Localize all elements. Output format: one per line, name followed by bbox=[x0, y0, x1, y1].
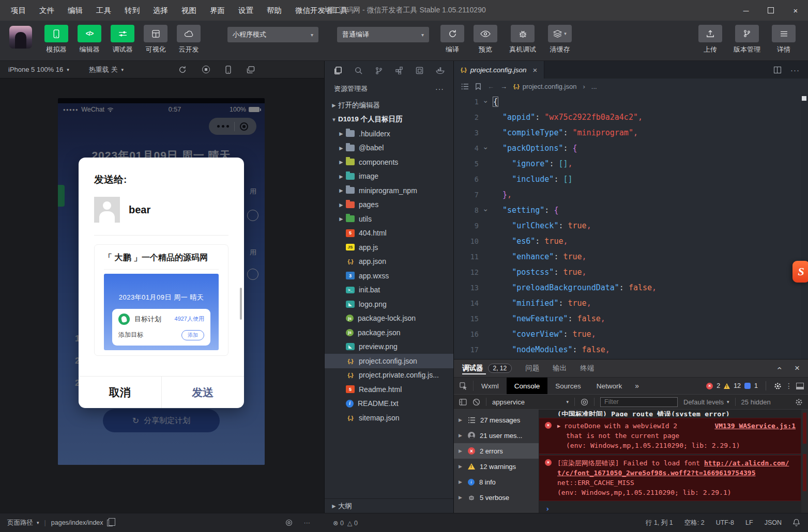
tab-debugger[interactable]: 调试器 2, 12 bbox=[462, 359, 512, 377]
tree-item[interactable]: i README.txt bbox=[325, 397, 453, 411]
tree-item[interactable]: 3 app.wxss bbox=[325, 269, 453, 283]
console-prompt[interactable]: › bbox=[539, 501, 801, 513]
docker-icon[interactable] bbox=[430, 67, 451, 74]
eye-icon[interactable] bbox=[285, 519, 293, 526]
filter-user-messages[interactable]: ▶ 21 user mes... bbox=[454, 428, 539, 443]
visual-toggle[interactable]: 可视化 bbox=[140, 25, 172, 54]
remote-debug-button[interactable]: 真机调试 bbox=[502, 25, 543, 54]
menu-item[interactable]: 转到 bbox=[118, 0, 146, 21]
editor-toggle[interactable]: </> 编辑器 bbox=[73, 25, 105, 54]
tab-output[interactable]: 输出 bbox=[553, 364, 567, 373]
clear-cache-button[interactable]: ▾ 清缓存 bbox=[544, 25, 576, 54]
context-select[interactable]: appservice ▾ bbox=[492, 398, 569, 406]
tree-item[interactable]: ▶ utils bbox=[325, 212, 453, 226]
inspect-element-icon[interactable] bbox=[454, 381, 474, 390]
device-select[interactable]: iPhone 5 100% 16 ▾ bbox=[8, 66, 69, 73]
menu-item[interactable]: 工具 bbox=[89, 0, 118, 21]
log-levels-select[interactable]: Default levels ▾ bbox=[683, 398, 729, 406]
console-scrollbar[interactable] bbox=[801, 410, 808, 513]
menu-item[interactable]: 帮助 bbox=[260, 0, 288, 21]
simulator-toggle[interactable]: 模拟器 bbox=[40, 25, 72, 54]
cloud-dev-toggle[interactable]: 云开发 bbox=[173, 25, 205, 54]
menu-item[interactable]: 项目 bbox=[4, 0, 33, 21]
preview-button[interactable]: 预览 bbox=[469, 25, 501, 54]
menu-item[interactable]: 选择 bbox=[146, 0, 175, 21]
source-control-icon[interactable] bbox=[369, 67, 389, 75]
mode-select[interactable]: 小程序模式 ▾ bbox=[227, 27, 318, 42]
close-tab-icon[interactable]: × bbox=[533, 66, 538, 74]
tree-item[interactable]: ◣ logo.png bbox=[325, 297, 453, 311]
minimize-button[interactable]: ─ bbox=[734, 0, 758, 21]
gear-icon[interactable] bbox=[795, 398, 803, 406]
tree-item[interactable]: ▶ components bbox=[325, 155, 453, 169]
editor-scrollbar[interactable] bbox=[801, 94, 808, 359]
eol-type[interactable]: LF bbox=[745, 519, 753, 526]
files-icon[interactable] bbox=[328, 67, 348, 74]
tree-item[interactable]: ▶ .hbuilderx bbox=[325, 127, 453, 141]
tab-problems[interactable]: 问题 bbox=[525, 364, 539, 373]
console-filter-input[interactable] bbox=[600, 397, 678, 407]
tab-terminal[interactable]: 终端 bbox=[580, 364, 594, 373]
tree-item[interactable]: ▶ 打开的编辑器 bbox=[325, 98, 453, 113]
breadcrumb-more[interactable]: ... bbox=[591, 83, 597, 90]
filter-warnings[interactable]: ▶ 12 warnings bbox=[454, 459, 539, 474]
tab-console[interactable]: Console bbox=[507, 378, 548, 394]
console-output[interactable]: (中国标准时间) Page route 错误(system error) × ▶… bbox=[539, 410, 808, 513]
tree-item[interactable]: ▶ pages bbox=[325, 198, 453, 212]
tree-item[interactable]: ▼ D1019 个人目标日历 bbox=[325, 113, 453, 127]
tree-item[interactable]: 5 404.html bbox=[325, 226, 453, 241]
close-button[interactable]: × bbox=[783, 0, 808, 21]
compile-mode-select[interactable]: 普通编译 ▾ bbox=[337, 27, 429, 42]
back-icon[interactable]: ← bbox=[487, 83, 494, 90]
compile-button[interactable]: 编译 bbox=[436, 25, 468, 54]
more-tabs-icon[interactable]: » bbox=[630, 382, 644, 390]
menu-item[interactable]: 文件 bbox=[33, 0, 61, 21]
send-button[interactable]: 发送 bbox=[161, 377, 245, 408]
reload-icon[interactable] bbox=[178, 66, 187, 74]
tree-item[interactable]: js package.json bbox=[325, 325, 453, 340]
bookmark-icon[interactable] bbox=[475, 83, 481, 90]
cursor-position[interactable]: 行 1, 列 1 bbox=[646, 519, 673, 527]
breadcrumb-item[interactable]: {..} project.config.json bbox=[513, 83, 576, 90]
search-icon[interactable] bbox=[348, 67, 369, 74]
console-error-message[interactable]: × [渲染层网络层错误] Failed to load font http://… bbox=[539, 455, 801, 501]
page-path-select[interactable]: 页面路径 ▾ bbox=[7, 519, 39, 527]
tree-item[interactable]: ▶ @babel bbox=[325, 141, 453, 155]
device-frame-icon[interactable] bbox=[225, 66, 231, 74]
user-avatar[interactable] bbox=[9, 26, 32, 49]
language-mode[interactable]: JSON bbox=[765, 519, 782, 526]
tree-item[interactable]: ▶ miniprogram_npm bbox=[325, 183, 453, 198]
outline-section[interactable]: ▶ 大纲 bbox=[325, 498, 453, 513]
bell-icon[interactable] bbox=[793, 519, 800, 527]
tree-item[interactable]: js package-lock.json bbox=[325, 311, 453, 326]
menu-item[interactable]: 视图 bbox=[175, 0, 203, 21]
hot-reload-select[interactable]: 热重载 关 ▾ bbox=[89, 65, 124, 74]
dock-panel-icon[interactable] bbox=[796, 383, 804, 389]
sandbox-icon[interactable] bbox=[409, 67, 430, 74]
more-actions-icon[interactable]: ··· bbox=[435, 85, 444, 93]
clear-console-icon[interactable] bbox=[472, 398, 480, 406]
tab-wxml[interactable]: Wxml bbox=[474, 378, 507, 394]
tree-item[interactable]: >_ init.bat bbox=[325, 283, 453, 298]
more-actions-icon[interactable]: ··· bbox=[790, 66, 800, 74]
editor-tab[interactable]: {..} project.config.json × bbox=[454, 61, 544, 79]
tab-sources[interactable]: Sources bbox=[547, 378, 589, 394]
indentation[interactable]: 空格: 2 bbox=[684, 519, 705, 527]
cancel-button[interactable]: 取消 bbox=[79, 377, 161, 408]
tree-item[interactable]: JS app.js bbox=[325, 240, 453, 255]
filter-info[interactable]: ▶ i 8 info bbox=[454, 474, 539, 490]
upload-button[interactable]: 上传 bbox=[694, 25, 726, 54]
floating-screenshot-badge[interactable]: S bbox=[792, 261, 808, 283]
menu-item[interactable]: 界面 bbox=[203, 0, 232, 21]
multi-window-icon[interactable] bbox=[247, 66, 255, 73]
code-editor[interactable]: 1›{2 "appid": "wx75c2922fb0a2a4c2",3 "co… bbox=[454, 94, 808, 359]
extensions-icon[interactable] bbox=[389, 67, 410, 74]
details-button[interactable]: 详情 bbox=[768, 25, 800, 54]
copy-icon[interactable] bbox=[107, 520, 113, 526]
close-panel-icon[interactable]: × bbox=[795, 363, 800, 373]
tree-item[interactable]: {..} sitemap.json bbox=[325, 411, 453, 425]
maximize-button[interactable] bbox=[758, 0, 783, 21]
error-source-link[interactable]: VM139 WAService.js:1 bbox=[707, 421, 796, 431]
split-editor-icon[interactable] bbox=[774, 67, 781, 73]
eye-filter-icon[interactable] bbox=[581, 398, 588, 406]
